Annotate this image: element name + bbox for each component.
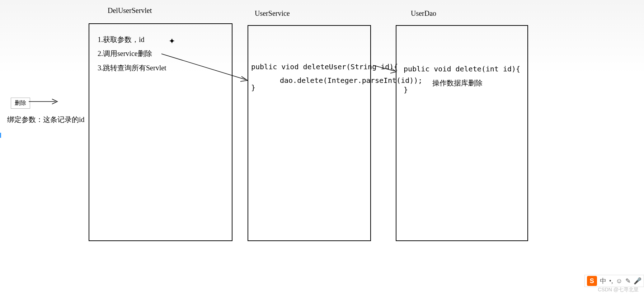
watermark: CSDN @七寻北里 [598, 287, 639, 293]
dao-code-line2: 操作数据库删除 [432, 78, 483, 88]
selection-handle [0, 133, 1, 138]
title-service: UserService [255, 9, 290, 18]
ime-punct-icon[interactable]: •, [609, 277, 613, 285]
delete-button[interactable]: 删除 [11, 98, 30, 109]
ime-emoji-icon[interactable]: ☺ [616, 277, 622, 285]
sogou-logo-icon: S [587, 276, 597, 286]
cursor-crosshair-icon: ✦ [169, 37, 175, 45]
ime-mic-icon[interactable]: 🎤 [634, 277, 641, 285]
bind-note: 绑定参数：这条记录的id [7, 115, 85, 124]
servlet-step-2: 2.调用service删除 [98, 49, 152, 58]
ime-lang-icon[interactable]: 中 [600, 277, 606, 285]
ime-toolbar[interactable]: S 中 •, ☺ ✎ 🎤 [584, 275, 644, 287]
service-code-line3: } [251, 83, 255, 92]
dao-code-line3: } [404, 85, 408, 94]
box-dao [396, 25, 528, 241]
servlet-step-3: 3.跳转查询所有Servlet [98, 63, 166, 73]
service-code-line2: dao.delete(Integer.parseInt(id)); [280, 76, 422, 85]
title-servlet: DelUserServlet [108, 6, 152, 15]
ime-tool-icon[interactable]: ✎ [625, 277, 631, 285]
dao-code-line1: public void delete(int id){ [404, 65, 520, 73]
diagram-canvas: DelUserServlet UserService UserDao 删除 绑定… [0, 0, 644, 296]
title-dao: UserDao [411, 9, 436, 18]
servlet-step-1: 1.获取参数，id [98, 35, 145, 44]
box-service [248, 25, 371, 241]
service-code-line1: public viod deleteUser(String id){ [251, 62, 398, 71]
